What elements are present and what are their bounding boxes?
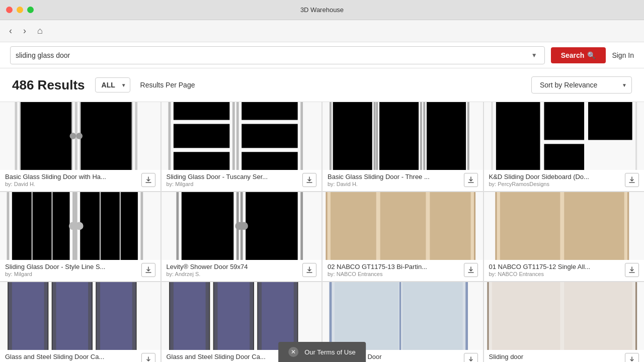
grid-item[interactable]: Glass and Steel Sliding Door Ca... by: K…: [0, 282, 160, 362]
item-text: 01 NABCO GT1175-12 Single All... by: NAB…: [489, 263, 622, 277]
item-image: [484, 102, 645, 170]
svg-rect-17: [379, 102, 419, 170]
grid-item[interactable]: 02 NABCO GT1175-13 Bi-Partin... by: NABC…: [323, 192, 483, 281]
download-button[interactable]: [464, 353, 478, 362]
download-icon: [145, 356, 152, 362]
grid-item[interactable]: Sliding Glass Door - Style Line S... by:…: [0, 192, 160, 281]
item-text: Glass and Steel Sliding Door Ca... by: K…: [5, 353, 138, 362]
item-image: [162, 192, 322, 260]
sort-dropdown[interactable]: Sort by Relevance: [531, 76, 632, 94]
item-image: [162, 102, 322, 170]
svg-rect-9: [173, 152, 229, 170]
svg-rect-27: [12, 192, 70, 260]
item-info: Glass and Steel Sliding Door Ca... by: K…: [0, 350, 160, 362]
results-header: 486 Results ALL Results Per Page Sort by…: [0, 68, 644, 102]
item-title: K&D Sliding Door Sideboard (Do...: [489, 173, 610, 180]
svg-point-5: [76, 133, 83, 139]
item-title: 02 NABCO GT1175-13 Bi-Partin...: [328, 263, 448, 270]
item-info: 01 NABCO GT1175-12 Single All... by: NAB…: [484, 260, 645, 281]
maximize-button[interactable]: [27, 7, 34, 13]
svg-rect-48: [500, 192, 559, 260]
forward-button[interactable]: ›: [20, 24, 29, 38]
svg-rect-68: [492, 282, 559, 350]
sign-in-button[interactable]: Sign In: [612, 51, 634, 59]
svg-rect-65: [403, 282, 462, 350]
item-info: K&D Sliding Door Sideboard (Do... by: Pe…: [484, 170, 645, 191]
svg-rect-31: [80, 192, 138, 260]
download-button[interactable]: [625, 263, 639, 277]
search-icon: 🔍: [587, 51, 596, 59]
download-icon: [145, 176, 152, 184]
svg-rect-11: [242, 102, 297, 120]
grid-item[interactable]: Sliding door by: Patrick-Emmanuel C.: [484, 282, 645, 362]
download-button[interactable]: [464, 173, 478, 187]
svg-rect-55: [56, 282, 88, 350]
results-grid: Basic Glass Sliding Door with Ha... by: …: [0, 102, 644, 362]
per-page-label: Results Per Page: [140, 81, 195, 89]
nav-bar: ‹ › ⌂: [0, 20, 644, 42]
item-image: [0, 282, 160, 350]
home-button[interactable]: ⌂: [34, 24, 46, 38]
download-button[interactable]: [141, 353, 155, 362]
svg-rect-24: [588, 102, 632, 140]
item-info: Basic Glass Sliding Door with Ha... by: …: [0, 170, 160, 191]
item-image: [0, 102, 160, 170]
back-button[interactable]: ‹: [6, 24, 15, 38]
item-image: [484, 192, 645, 260]
download-button[interactable]: [141, 263, 155, 277]
item-info: Sliding Glass Door - Tuscany Ser... by: …: [162, 170, 322, 191]
grid-item[interactable]: K&D Sliding Door Sideboard (Do... by: Pe…: [484, 102, 645, 191]
svg-rect-23: [544, 144, 584, 170]
filter-select[interactable]: ALL: [95, 77, 130, 93]
filter-wrapper: ALL: [95, 77, 130, 93]
svg-rect-39: [246, 192, 298, 260]
grid-item[interactable]: Levity® Shower Door 59x74 by: Andrzej S.: [162, 192, 322, 281]
item-text: Basic Glass Sliding Door - Three ... by:…: [328, 173, 461, 187]
svg-rect-61: [217, 282, 250, 350]
sort-wrapper: Sort by Relevance: [531, 76, 632, 94]
download-button[interactable]: [625, 173, 639, 187]
grid-item[interactable]: Basic Glass Sliding Door with Ha... by: …: [0, 102, 160, 191]
download-button[interactable]: [464, 263, 478, 277]
item-text: 02 NABCO GT1175-13 Bi-Partin... by: NABC…: [328, 263, 461, 277]
download-button[interactable]: [302, 263, 316, 277]
svg-rect-12: [242, 124, 297, 148]
grid-item[interactable]: Sliding Glass Door - Tuscany Ser... by: …: [162, 102, 322, 191]
search-input[interactable]: [16, 51, 529, 59]
search-bar: ▼ Search 🔍 Sign In: [0, 42, 644, 68]
search-dropdown-button[interactable]: ▼: [529, 52, 539, 59]
download-button[interactable]: [141, 173, 155, 187]
download-icon: [628, 266, 635, 274]
download-button[interactable]: [625, 353, 639, 362]
download-icon: [467, 356, 474, 362]
item-info: Sliding Glass Door - Style Line S... by:…: [0, 260, 160, 281]
svg-rect-37: [181, 192, 233, 260]
svg-rect-15: [333, 102, 372, 170]
item-text: Sliding door by: Patrick-Emmanuel C.: [489, 353, 622, 362]
item-image: [0, 192, 160, 260]
svg-rect-64: [335, 282, 398, 350]
terms-text: Our Terms of Use: [304, 348, 356, 356]
item-author: by: Andrzej S.: [167, 271, 300, 277]
item-title: 01 NABCO GT1175-12 Single All...: [489, 263, 610, 270]
search-button[interactable]: Search 🔍: [551, 47, 606, 63]
minimize-button[interactable]: [17, 7, 23, 13]
item-author: by: NABCO Entrances: [489, 271, 622, 277]
svg-rect-1: [20, 102, 72, 170]
item-image: [323, 192, 483, 260]
terms-close-button[interactable]: ✕: [288, 347, 298, 357]
item-image: [323, 102, 483, 170]
grid-item[interactable]: 01 NABCO GT1175-12 Single All... by: NAB…: [484, 192, 645, 281]
item-title: Sliding door: [489, 353, 610, 360]
item-text: K&D Sliding Door Sideboard (Do... by: Pe…: [489, 173, 622, 187]
download-button[interactable]: [302, 173, 316, 187]
item-title: Glass and Steel Sliding Door Ca...: [5, 353, 126, 360]
svg-rect-69: [564, 282, 632, 350]
window-title: 3D Warehouse: [300, 6, 344, 14]
svg-point-41: [240, 222, 248, 230]
svg-rect-49: [564, 192, 624, 260]
grid-item[interactable]: Basic Glass Sliding Door - Three ... by:…: [323, 102, 483, 191]
search-input-wrapper: ▼: [10, 46, 545, 64]
close-button[interactable]: [6, 7, 13, 13]
item-author: by: David H.: [328, 181, 461, 187]
